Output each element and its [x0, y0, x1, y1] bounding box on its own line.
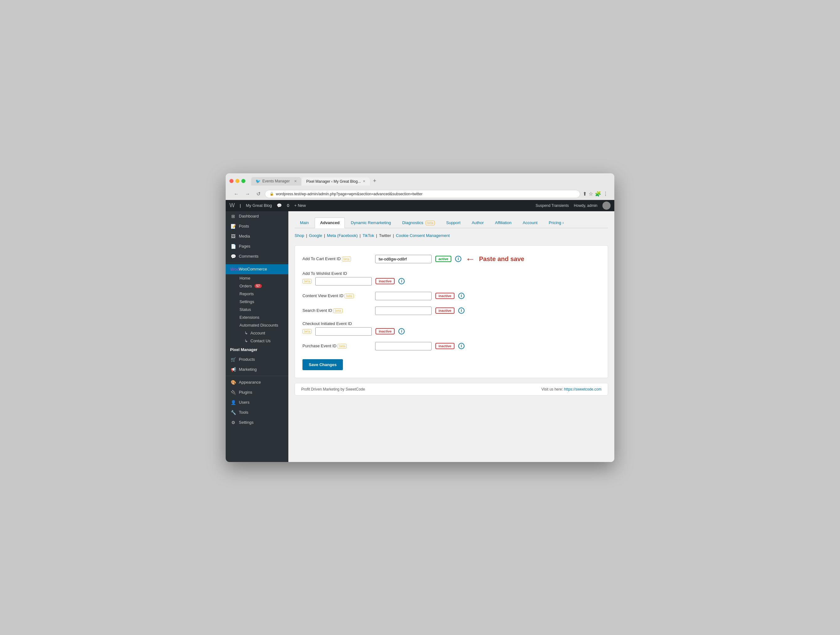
sub-nav-shop[interactable]: Shop: [295, 233, 304, 238]
content-view-info-icon[interactable]: i: [458, 293, 464, 299]
add-to-cart-info-icon[interactable]: i: [455, 256, 461, 262]
tab-dynamic-remarketing[interactable]: Dynamic Remarketing: [346, 218, 396, 228]
footer-link[interactable]: https://sweetcode.com: [564, 387, 602, 392]
extensions-button[interactable]: 🧩: [595, 191, 601, 197]
maximize-button[interactable]: [242, 179, 245, 183]
minimize-button[interactable]: [235, 179, 240, 183]
purchase-event-input[interactable]: [375, 342, 432, 351]
sidebar-item-media[interactable]: 🖼 Media: [226, 231, 288, 241]
sidebar-item-dashboard-label: Dashboard: [239, 214, 259, 218]
sidebar-item-users[interactable]: 👤 Users: [226, 397, 288, 408]
sidebar-item-woo-home[interactable]: Home: [237, 274, 288, 282]
sub-nav-google[interactable]: Google: [309, 233, 322, 238]
appearance-icon: 🎨: [230, 380, 236, 385]
add-to-wishlist-input[interactable]: [315, 277, 372, 286]
purchase-status-badge: inactive: [435, 343, 455, 349]
woo-settings-label: Settings: [240, 299, 254, 304]
wp-logo-icon: W: [229, 202, 235, 209]
site-name[interactable]: My Great Blog: [246, 203, 272, 208]
sidebar-item-appearance[interactable]: 🎨 Appearance: [226, 378, 288, 387]
add-to-wishlist-info-icon[interactable]: i: [398, 278, 405, 284]
sub-nav: Shop | Google | Meta (Facebook) | TikTok…: [295, 233, 608, 238]
search-event-input[interactable]: [375, 306, 432, 315]
media-icon: 🖼: [230, 234, 236, 239]
pixel-manager-label: Pixel Manager: [230, 347, 257, 352]
sidebar-item-tools[interactable]: 🔧 Tools: [226, 408, 288, 417]
tab-support[interactable]: Support: [441, 218, 466, 228]
sidebar-item-account[interactable]: ↳ Account: [237, 329, 288, 337]
sub-nav-cookie[interactable]: Cookie Consent Management: [396, 233, 450, 238]
checkout-initiated-info-icon[interactable]: i: [398, 328, 405, 335]
browser-tab-1[interactable]: 🐦 Events Manager ✕: [251, 177, 301, 186]
bookmark-button[interactable]: ☆: [589, 191, 593, 197]
footer-right-container: Visit us here: https://sweetcode.com: [541, 387, 602, 392]
tab-advanced[interactable]: Advanced: [315, 218, 345, 228]
tab-2-close-icon[interactable]: ✕: [363, 179, 365, 183]
content-area: Add To Cart Event ID beta active i ← Pas…: [295, 245, 608, 378]
field-row-add-to-cart: Add To Cart Event ID beta active i ← Pas…: [302, 253, 600, 265]
add-to-wishlist-beta-badge: beta: [302, 279, 311, 284]
tab-author[interactable]: Author: [466, 218, 489, 228]
sep-2: |: [324, 233, 325, 238]
woo-orders-label: Orders: [240, 284, 252, 288]
sidebar-item-pages-label: Pages: [239, 244, 250, 248]
sidebar-item-woo-settings[interactable]: Settings: [237, 298, 288, 306]
sidebar-item-woocommerce[interactable]: Woo WooCommerce: [226, 264, 288, 274]
refresh-button[interactable]: ↺: [254, 190, 262, 197]
wp-main-content: Main Advanced Dynamic Remarketing Diagno…: [288, 211, 614, 462]
menu-button[interactable]: ⋮: [603, 191, 608, 197]
suspend-transients-button[interactable]: Suspend Transients: [536, 204, 569, 208]
products-icon: 🛒: [230, 357, 236, 362]
tab-diagnostics[interactable]: Diagnostics beta: [397, 218, 440, 228]
sidebar-item-woo-orders[interactable]: Orders 57: [237, 282, 288, 290]
address-bar[interactable]: 🔒 wordpress.test/wp-admin/admin.php?page…: [265, 190, 580, 198]
new-item-button[interactable]: + New: [294, 203, 306, 208]
sidebar-item-posts[interactable]: 📝 Posts: [226, 221, 288, 231]
sidebar-item-appearance-label: Appearance: [239, 380, 261, 385]
search-label-text: Search Event ID: [302, 308, 332, 313]
field-label-add-to-wishlist: Add To Wishlist Event ID: [302, 271, 371, 276]
tab-affiliation[interactable]: Affiliation: [489, 218, 517, 228]
woocommerce-submenu: Home Orders 57 Reports Settings Status: [226, 274, 288, 345]
sub-nav-meta[interactable]: Meta (Facebook): [327, 233, 358, 238]
sidebar-item-woo-reports[interactable]: Reports: [237, 290, 288, 298]
footer-right-prefix: Visit us here:: [541, 387, 564, 392]
purchase-info-icon[interactable]: i: [458, 343, 464, 349]
tab-pricing[interactable]: Pricing ›: [543, 218, 569, 228]
sidebar-item-marketing[interactable]: 📢 Marketing: [226, 365, 288, 374]
sidebar-item-woo-extensions[interactable]: Extensions: [237, 313, 288, 321]
sidebar-item-woo-status[interactable]: Status: [237, 306, 288, 313]
add-to-cart-input[interactable]: [375, 255, 432, 263]
browser-tab-2[interactable]: Pixel Manager ‹ My Great Blog... ✕: [302, 177, 370, 186]
sidebar-item-dashboard[interactable]: ⊞ Dashboard: [226, 211, 288, 221]
add-tab-button[interactable]: +: [371, 177, 379, 186]
sidebar-item-pages[interactable]: 📄 Pages: [226, 241, 288, 251]
sidebar-item-contact-us[interactable]: ↳ Contact Us: [237, 337, 288, 345]
share-button[interactable]: ⬆: [583, 191, 587, 197]
content-view-input[interactable]: [375, 292, 432, 300]
sep-1: |: [306, 233, 307, 238]
forward-button[interactable]: →: [243, 191, 252, 197]
search-status-badge: inactive: [435, 308, 455, 314]
sub-nav-tiktok[interactable]: TikTok: [363, 233, 374, 238]
tab-1-close-icon[interactable]: ✕: [294, 179, 297, 183]
tab-account[interactable]: Account: [518, 218, 543, 228]
back-button[interactable]: ←: [232, 191, 241, 197]
sidebar-item-automated-discounts[interactable]: Automated Discounts: [237, 321, 288, 329]
sidebar-item-products[interactable]: 🛒 Products: [226, 354, 288, 365]
sidebar-item-plugins[interactable]: 🔌 Plugins: [226, 387, 288, 397]
search-info-icon[interactable]: i: [458, 308, 464, 314]
sidebar-item-marketing-label: Marketing: [239, 367, 257, 372]
woo-home-label: Home: [240, 276, 250, 281]
save-changes-button[interactable]: Save Changes: [302, 359, 343, 370]
sidebar-item-pixel-manager[interactable]: Pixel Manager: [226, 345, 288, 354]
sidebar-item-settings[interactable]: ⚙ Settings: [226, 417, 288, 428]
browser-window: 🐦 Events Manager ✕ Pixel Manager ‹ My Gr…: [226, 173, 614, 462]
add-to-cart-status-badge: active: [435, 256, 452, 262]
sidebar-item-comments[interactable]: 💬 Comments: [226, 251, 288, 261]
add-to-cart-beta-badge: beta: [342, 257, 351, 261]
tab-main[interactable]: Main: [295, 218, 314, 228]
close-button[interactable]: [229, 179, 234, 183]
sidebar-item-woocommerce-label: WooCommerce: [239, 267, 267, 272]
checkout-initiated-input[interactable]: [315, 327, 372, 336]
